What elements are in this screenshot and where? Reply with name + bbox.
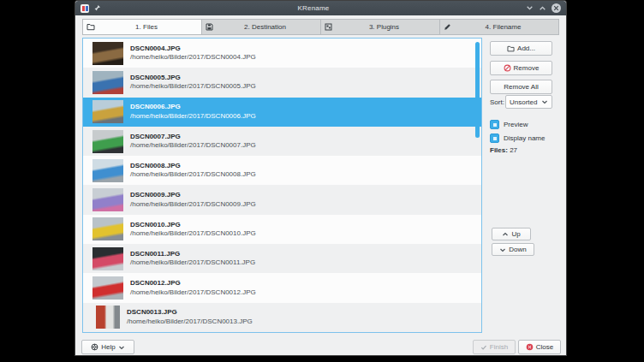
file-row[interactable]: DSCN0011.JPG /home/heiko/Bilder/2017/DSC… [83,244,481,273]
tab-filename[interactable]: 4. Filename [440,19,559,35]
down-button[interactable]: Down [492,243,534,256]
file-path: /home/heiko/Bilder/2017/DSCN0009.JPG [130,200,256,209]
file-path: /home/heiko/Bilder/2017/DSCN0004.JPG [130,53,256,62]
chevron-down-icon [118,344,125,351]
screen: KRename 1. Files [0,0,644,362]
file-row[interactable]: DSCN0006.JPG /home/heiko/Bilder/2017/DSC… [83,98,481,127]
file-name: DSCN0004.JPG [130,45,256,53]
chevron-up-icon [502,231,509,238]
file-name: DSCN0005.JPG [130,74,256,82]
file-path: /home/heiko/Bilder/2017/DSCN0011.JPG [130,258,255,267]
file-thumbnail [92,130,123,153]
chevron-down-icon [499,246,506,253]
remove-button-label: Remove [514,64,540,72]
help-icon [91,343,98,351]
file-thumbnail [92,188,123,211]
checkmark-icon [480,344,487,351]
pencil-icon [444,23,451,31]
titlebar[interactable]: KRename [75,1,566,15]
tab-label: 1. Files [95,23,198,31]
file-thumbnail [92,276,123,300]
file-name: DSCN0008.JPG [130,162,256,170]
file-row[interactable]: DSCN0013.JPG /home/heiko/Bilder/2017/DSC… [83,303,481,332]
file-path: /home/heiko/Bilder/2017/DSCN0007.JPG [130,141,256,150]
file-name: DSCN0007.JPG [130,133,256,141]
up-button[interactable]: Up [492,228,531,240]
files-count-value: 27 [510,146,517,154]
up-button-label: Up [511,230,520,238]
file-path: /home/heiko/Bilder/2017/DSCN0005.JPG [130,82,256,91]
wizard-tabs: 1. Files 2. Destination 3. Plugins 4. Fi… [82,19,559,35]
chevron-down-icon [541,98,548,105]
close-button[interactable]: Close [518,340,561,354]
close-icon[interactable] [552,3,561,13]
file-path: /home/heiko/Bilder/2017/DSCN0008.JPG [130,170,256,179]
pin-icon[interactable] [93,4,101,12]
file-name: DSCN0012.JPG [130,279,256,288]
folder-icon [86,23,95,31]
sort-label: Sort: [490,98,504,106]
file-path: /home/heiko/Bilder/2017/DSCN0013.JPG [127,317,253,326]
file-thumbnail [92,100,123,123]
file-thumbnail [92,159,123,182]
folder-icon [507,45,515,52]
maximize-icon[interactable] [539,4,546,12]
remove-all-button[interactable]: Remove All [490,80,552,94]
add-button-label: Add... [517,45,535,52]
scrollbar-thumb[interactable] [475,42,480,138]
remove-all-button-label: Remove All [504,83,538,91]
preview-checkbox-label: Preview [504,121,528,128]
file-name: DSCN0006.JPG [130,103,256,111]
file-row[interactable]: DSCN0004.JPG /home/heiko/Bilder/2017/DSC… [83,39,481,68]
save-icon [206,23,213,31]
tab-destination[interactable]: 2. Destination [202,19,321,35]
file-row[interactable]: DSCN0012.JPG /home/heiko/Bilder/2017/DSC… [83,273,481,302]
file-list[interactable]: DSCN0004.JPG /home/heiko/Bilder/2017/DSC… [82,38,482,333]
file-path: /home/heiko/Bilder/2017/DSCN0012.JPG [130,288,256,297]
sort-dropdown-value: Unsorted [510,98,537,106]
file-row[interactable]: DSCN0009.JPG /home/heiko/Bilder/2017/DSC… [83,185,481,214]
finish-button[interactable]: Finish [473,340,516,354]
file-name: DSCN0013.JPG [127,308,253,317]
checkbox-checked-icon [490,134,499,143]
files-count-label: Files: [490,146,508,154]
tab-plugins[interactable]: 3. Plugins [321,19,440,35]
file-row[interactable]: DSCN0008.JPG /home/heiko/Bilder/2017/DSC… [83,156,481,185]
file-thumbnail [92,247,123,270]
plugin-icon [325,23,332,31]
file-thumbnail [92,71,123,94]
finish-button-label: Finish [490,343,508,351]
no-entry-icon [504,64,511,72]
shade-icon[interactable] [526,4,534,12]
close-circle-icon [526,343,534,351]
file-thumbnail [92,217,123,240]
preview-checkbox[interactable]: Preview [490,120,528,129]
file-path: /home/heiko/Bilder/2017/DSCN0010.JPG [130,229,256,238]
sort-dropdown[interactable]: Unsorted [505,95,552,109]
file-thumbnail [96,306,120,329]
file-name: DSCN0011.JPG [130,250,255,258]
file-path: /home/heiko/Bilder/2017/DSCN0006.JPG [130,112,256,121]
down-button-label: Down [509,246,526,253]
file-row[interactable]: DSCN0010.JPG /home/heiko/Bilder/2017/DSC… [83,215,481,244]
add-button[interactable]: Add... [490,41,552,56]
file-thumbnail [92,42,123,65]
file-row[interactable]: DSCN0007.JPG /home/heiko/Bilder/2017/DSC… [83,127,481,156]
window-title: KRename [101,4,526,12]
file-row[interactable]: DSCN0005.JPG /home/heiko/Bilder/2017/DSC… [83,68,481,97]
files-count: Files: 27 [490,146,517,154]
help-button-label: Help [101,343,115,351]
app-icon [80,4,89,13]
display-name-checkbox-label: Display name [504,134,545,142]
help-button[interactable]: Help [81,340,134,354]
file-name: DSCN0010.JPG [130,221,256,229]
checkbox-checked-icon [490,120,499,129]
file-name: DSCN0009.JPG [130,191,256,199]
tab-label: 2. Destination [213,23,317,31]
krename-window: KRename 1. Files [75,1,566,355]
tab-files[interactable]: 1. Files [82,19,202,35]
display-name-checkbox[interactable]: Display name [490,134,545,143]
remove-button[interactable]: Remove [490,61,552,75]
tab-label: 4. Filename [451,23,555,31]
tab-label: 3. Plugins [332,23,436,31]
